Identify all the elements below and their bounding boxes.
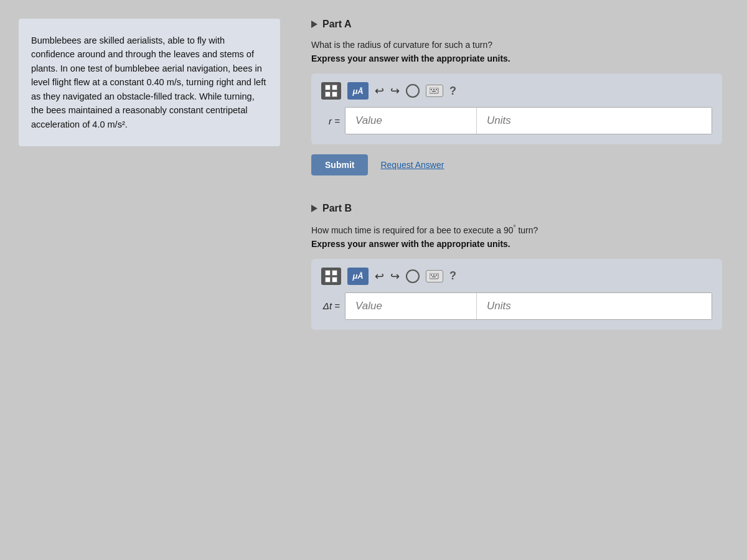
keyboard-svg-b (430, 273, 439, 279)
format-icons (321, 82, 341, 100)
template-icon-b[interactable] (321, 268, 341, 285)
svg-rect-3 (436, 89, 437, 90)
undo-icon[interactable]: ↩ (375, 84, 384, 98)
keyboard-icon[interactable] (426, 85, 443, 97)
mu-button[interactable]: μÅ (347, 82, 369, 100)
svg-rect-2 (433, 89, 435, 90)
grid-icon (325, 85, 337, 97)
part-a-label: Part A (322, 19, 352, 30)
part-a-submit-row: Submit Request Answer (311, 154, 722, 175)
svg-rect-6 (431, 274, 432, 276)
part-b-value-input[interactable] (345, 293, 476, 319)
part-b-header: Part B (311, 203, 722, 214)
part-b-input-label: Δt = (321, 301, 340, 311)
request-answer-link[interactable]: Request Answer (380, 160, 444, 170)
part-a-question1: What is the radius of curvature for such… (311, 40, 722, 50)
answer-panel: Part A What is the radius of curvature f… (280, 0, 747, 560)
mu-label-b: μÅ (352, 271, 363, 281)
refresh-icon[interactable] (406, 84, 420, 98)
part-b-answer-box: μÅ ↩ ↪ ? Δt = (311, 259, 722, 330)
svg-rect-1 (431, 89, 432, 90)
svg-rect-5 (430, 273, 438, 279)
part-a-section: Part A What is the radius of curvature f… (311, 19, 722, 190)
redo-icon-b[interactable]: ↪ (390, 269, 400, 283)
svg-rect-0 (430, 88, 438, 93)
part-a-answer-box: μÅ ↩ ↪ ? r = (311, 73, 722, 144)
svg-rect-7 (433, 274, 435, 276)
keyboard-svg (430, 88, 439, 94)
part-b-question1: How much time is required for a bee to e… (311, 224, 722, 235)
part-b-label: Part B (322, 203, 352, 214)
mu-button-b[interactable]: μÅ (347, 268, 369, 285)
part-b-question2: Express your answer with the appropriate… (311, 239, 722, 249)
refresh-icon-b[interactable] (406, 269, 420, 283)
part-a-toolbar: μÅ ↩ ↪ ? (321, 82, 712, 100)
redo-icon[interactable]: ↪ (390, 84, 400, 98)
part-b-input-wrapper (345, 292, 712, 320)
svg-rect-8 (436, 274, 437, 276)
part-a-units-input[interactable] (476, 108, 712, 134)
help-icon-b[interactable]: ? (449, 269, 456, 282)
undo-icon-b[interactable]: ↩ (375, 269, 384, 283)
submit-button[interactable]: Submit (311, 154, 368, 175)
part-a-question2: Express your answer with the appropriate… (311, 54, 722, 63)
collapse-triangle-b[interactable] (311, 205, 317, 212)
problem-text: Bumblebees are skilled aerialists, able … (31, 35, 266, 129)
template-icon[interactable] (321, 82, 341, 100)
part-b-toolbar: μÅ ↩ ↪ ? (321, 268, 712, 285)
part-a-value-input[interactable] (345, 108, 476, 134)
part-b-input-row: Δt = (321, 292, 712, 320)
keyboard-icon-b[interactable] (426, 270, 443, 282)
part-a-input-row: r = (321, 107, 712, 134)
part-a-header: Part A (311, 19, 722, 30)
collapse-triangle-a[interactable] (311, 21, 317, 28)
grid-icon-b (325, 270, 337, 282)
problem-description: Bumblebees are skilled aerialists, able … (19, 19, 280, 146)
help-icon[interactable]: ? (449, 85, 456, 98)
format-icons-b (321, 268, 341, 285)
part-a-input-wrapper (345, 107, 712, 134)
part-b-section: Part B How much time is required for a b… (311, 203, 722, 340)
part-b-units-input[interactable] (476, 293, 712, 319)
svg-rect-9 (432, 276, 436, 278)
mu-label: μÅ (352, 86, 363, 96)
part-a-input-label: r = (321, 116, 340, 126)
svg-rect-4 (432, 91, 436, 92)
